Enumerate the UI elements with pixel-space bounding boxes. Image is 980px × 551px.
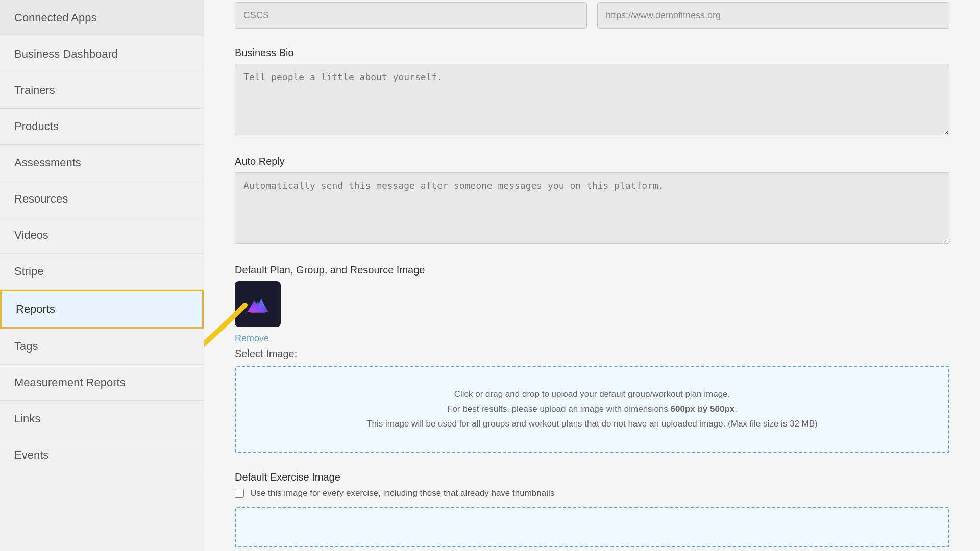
exercise-image-checkbox-row: Use this image for every exercise, inclu… bbox=[235, 488, 949, 498]
default-plan-image-label: Default Plan, Group, and Resource Image bbox=[235, 264, 949, 276]
sidebar-item-trainers[interactable]: Trainers bbox=[0, 72, 204, 109]
sidebar-item-reports[interactable]: Reports bbox=[0, 290, 204, 329]
sidebar-item-products[interactable]: Products bbox=[0, 109, 204, 145]
default-plan-image-section: Default Plan, Group, and Resource Image … bbox=[235, 264, 949, 453]
sidebar-item-tags[interactable]: Tags bbox=[0, 329, 204, 365]
app-icon bbox=[240, 286, 276, 322]
upload-instruction-line3: This image will be used for all groups a… bbox=[246, 417, 938, 432]
business-bio-label: Business Bio bbox=[235, 47, 949, 59]
exercise-image-upload-dropzone[interactable] bbox=[235, 507, 949, 547]
select-image-label: Select Image: bbox=[235, 348, 949, 360]
main-content: Business Bio Auto Reply Default Plan, Gr… bbox=[204, 0, 980, 551]
exercise-image-checkbox[interactable] bbox=[235, 489, 244, 498]
sidebar: Connected Apps Business Dashboard Traine… bbox=[0, 0, 204, 551]
top-row-fields bbox=[235, 0, 949, 29]
sidebar-item-resources[interactable]: Resources bbox=[0, 181, 204, 217]
website-field[interactable] bbox=[597, 2, 949, 29]
auto-reply-textarea[interactable] bbox=[235, 172, 949, 244]
default-exercise-image-label: Default Exercise Image bbox=[235, 471, 949, 483]
sidebar-item-events[interactable]: Events bbox=[0, 437, 204, 473]
sidebar-item-measurement-reports[interactable]: Measurement Reports bbox=[0, 365, 204, 401]
remove-image-link[interactable]: Remove bbox=[235, 333, 269, 344]
cscs-field[interactable] bbox=[235, 2, 587, 29]
sidebar-item-assessments[interactable]: Assessments bbox=[0, 145, 204, 181]
auto-reply-section: Auto Reply bbox=[235, 156, 949, 246]
sidebar-item-business-dashboard[interactable]: Business Dashboard bbox=[0, 36, 204, 72]
sidebar-item-videos[interactable]: Videos bbox=[0, 217, 204, 254]
business-bio-textarea[interactable] bbox=[235, 64, 949, 135]
sidebar-item-connected-apps[interactable]: Connected Apps bbox=[0, 0, 204, 36]
upload-instruction-line1: Click or drag and drop to upload your de… bbox=[246, 387, 938, 402]
upload-instruction-line2: For best results, please upload an image… bbox=[246, 402, 938, 417]
exercise-image-checkbox-label: Use this image for every exercise, inclu… bbox=[250, 488, 554, 498]
uploaded-image-preview bbox=[235, 281, 281, 327]
auto-reply-label: Auto Reply bbox=[235, 156, 949, 167]
sidebar-item-links[interactable]: Links bbox=[0, 401, 204, 437]
default-exercise-image-section: Default Exercise Image Use this image fo… bbox=[235, 471, 949, 547]
sidebar-item-stripe[interactable]: Stripe bbox=[0, 254, 204, 290]
business-bio-section: Business Bio bbox=[235, 47, 949, 137]
image-upload-dropzone[interactable]: Click or drag and drop to upload your de… bbox=[235, 366, 949, 453]
